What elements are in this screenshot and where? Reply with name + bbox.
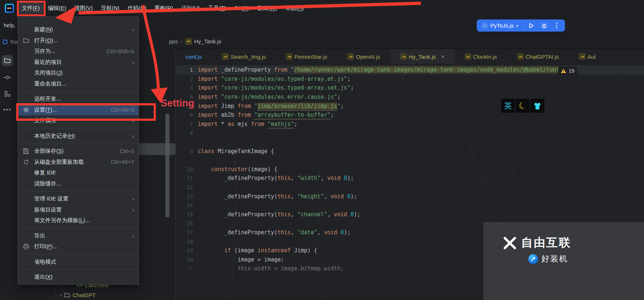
chevron-right-icon: › — [181, 39, 182, 44]
more-actions-button[interactable]: ⋮ — [550, 21, 563, 30]
moon-icon: ☾ — [517, 100, 528, 112]
menubar-item[interactable]: 重构(R) — [150, 3, 177, 14]
folder-icon — [23, 38, 34, 43]
menu-item[interactable]: 导出› — [18, 231, 139, 242]
tab-label: Hy_Tank.js — [409, 54, 436, 60]
commit-tool-button[interactable] — [2, 72, 13, 83]
menu-bar: WS 文件(F)编辑(E)视图(V)导航(N)代码(C)重构(R)运行(U)工具… — [0, 0, 644, 17]
run-button[interactable] — [525, 21, 538, 30]
menu-item[interactable]: 打开(O)... — [18, 35, 139, 46]
watermark-brand: 自由互联 — [502, 235, 571, 250]
submenu-arrow-icon: › — [132, 207, 134, 213]
code-line: 10 constructor(image) { — [176, 165, 644, 174]
menu-separator — [18, 252, 139, 257]
project-tool-button[interactable] — [2, 55, 13, 66]
folder-icon — [4, 58, 11, 64]
editor-tab[interactable]: JSPemonStar.js — [276, 49, 337, 64]
menu-item[interactable]: 将文件另存为模板(L)... — [18, 215, 139, 226]
menubar-item[interactable]: 视图(V) — [70, 3, 97, 14]
tree-item[interactable]: ›ChatGPT — [60, 292, 96, 298]
refresh-icon — [23, 159, 34, 165]
inspections-widget[interactable]: 19 — [558, 66, 577, 75]
menu-separator — [18, 89, 139, 94]
menu-item[interactable]: 全部保存(S)Ctrl+S — [18, 146, 139, 157]
menu-separator — [18, 189, 139, 194]
line-number: 17 — [176, 229, 193, 235]
menubar-item[interactable]: Git(G) — [230, 3, 253, 14]
js-file-icon: JS — [579, 54, 585, 59]
menu-item[interactable]: 新建(N)› — [18, 24, 139, 35]
menu-item[interactable]: 文件属性› — [18, 115, 139, 126]
line-number: 9 — [176, 148, 193, 154]
kebab-icon: ⋮ — [554, 22, 560, 29]
menu-item[interactable]: 关闭项目(J) — [18, 68, 139, 79]
editor-tab[interactable]: JSChatGPTAI.js — [507, 49, 569, 64]
ime-language-tile[interactable]: 英 — [501, 99, 515, 113]
ime-night-mode-tile[interactable]: ☾ — [516, 99, 530, 113]
commit-icon — [4, 75, 11, 80]
line-number: 6 — [176, 112, 193, 118]
menu-item[interactable]: 设置(T)...Ctrl+Alt+S — [18, 105, 139, 116]
more-tool-windows-button[interactable]: ••• — [2, 104, 13, 115]
menu-item[interactable]: 最近的项目› — [18, 57, 139, 68]
structure-tool-button[interactable] — [2, 88, 13, 99]
menu-item[interactable]: 远程开发... — [18, 94, 139, 105]
editor-tab[interactable]: JSClockIn.js — [455, 49, 507, 64]
menu-item[interactable]: 省电模式 — [18, 257, 139, 268]
menubar-item[interactable]: 窗口(W) — [253, 3, 281, 14]
menu-item[interactable]: 重命名项目... — [18, 79, 139, 90]
webstorm-logo-icon: WS — [5, 4, 14, 13]
line-number: 3 — [176, 85, 193, 91]
menu-item[interactable]: 管理 IDE 设置› — [18, 194, 139, 205]
menubar-item[interactable]: 帮助(H) — [281, 3, 308, 14]
line-number: 2 — [176, 76, 193, 82]
editor-tab[interactable]: JSOpenAI.js — [337, 49, 390, 64]
code-line: 3import "core-js/modules/es.typed-array.… — [176, 83, 644, 93]
tab-label: Search_Img.js — [230, 54, 266, 60]
editor-tab[interactable]: JSHy_Tank.js× — [390, 49, 455, 64]
editor-tab[interactable]: cord.js — [176, 49, 212, 64]
menubar-item[interactable]: 文件(F) — [18, 3, 44, 14]
debug-button[interactable] — [538, 21, 550, 30]
menu-item[interactable]: 从磁盘全部重新加载Ctrl+Alt+Y — [18, 157, 139, 168]
submenu-arrow-icon: › — [132, 26, 134, 33]
breadcrumb: pps › JS Hy_Tank.js — [169, 38, 221, 44]
tab-label: cord.js — [186, 54, 202, 60]
window-title-fragment: help, — [4, 22, 16, 28]
run-configuration-select[interactable]: PyToJs.js ▾ — [481, 22, 522, 29]
menubar-item[interactable]: 代码(C) — [124, 3, 150, 14]
menubar-item[interactable]: 工具(T) — [204, 3, 230, 14]
tab-close-icon[interactable]: × — [441, 54, 444, 59]
menu-item[interactable]: 清除缓存... — [18, 178, 139, 189]
line-number: 13 — [176, 194, 193, 199]
code-line: 8 — [176, 129, 644, 138]
code-line: 12 — [176, 183, 644, 192]
js-file-icon: JS — [518, 54, 523, 59]
line-number: 7 — [176, 121, 193, 127]
menu-item[interactable]: 打印(P)... — [18, 241, 139, 252]
menubar-item[interactable]: 导航(N) — [97, 3, 124, 14]
ime-skin-tile[interactable] — [530, 99, 544, 113]
editor-tab[interactable]: JSAut — [569, 49, 606, 64]
code-line: 15 _defineProperty(this, "channel", void… — [176, 210, 644, 219]
menubar-item[interactable]: 编辑(E) — [44, 3, 70, 14]
menu-item[interactable]: 另存为...Ctrl+Shift+S — [18, 46, 139, 57]
menu-item[interactable]: 新项目设置› — [18, 205, 139, 216]
editor-tab-bar: cord.jsJSSearch_Img.jsJSPemonStar.jsJSOp… — [176, 49, 644, 64]
js-file-icon: JS — [348, 54, 354, 59]
menu-item[interactable]: 退出(X) — [18, 272, 139, 283]
menu-item[interactable]: 修复 IDE — [18, 167, 139, 178]
panel-scrollbar[interactable] — [165, 113, 169, 217]
line-number: 21 — [176, 265, 193, 271]
breadcrumb-file[interactable]: Hy_Tank.js — [194, 38, 221, 44]
tab-label: ChatGPTAI.js — [526, 54, 559, 60]
tab-label: Aut — [587, 54, 596, 60]
input-method-widget[interactable]: 英 ☾ — [501, 99, 544, 113]
menu-separator — [18, 267, 139, 272]
breadcrumb-project[interactable]: Yun — [3, 39, 19, 45]
editor-tab[interactable]: JSSearch_Img.js — [212, 49, 276, 64]
breadcrumb-folder[interactable]: pps — [169, 38, 178, 44]
menubar-item[interactable]: 运行(U) — [177, 3, 204, 14]
menu-item[interactable]: 本地历史记录(H)› — [18, 131, 139, 142]
menu-separator — [18, 126, 139, 131]
